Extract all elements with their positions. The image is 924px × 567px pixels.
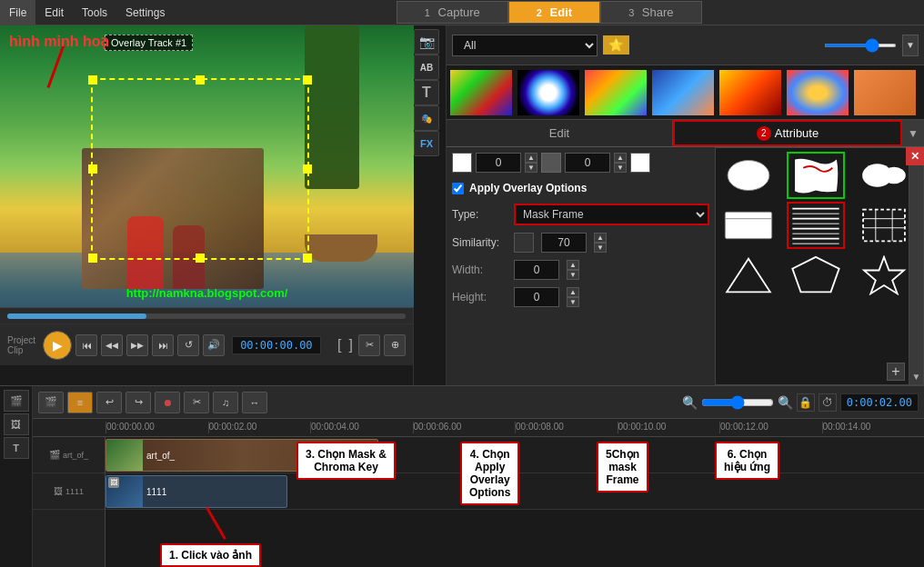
scissors-button[interactable]: ✂ <box>358 334 380 356</box>
rewind-button[interactable]: ⏮ <box>75 334 97 356</box>
apply-overlay-checkbox[interactable] <box>452 183 464 194</box>
menu-file[interactable]: File <box>0 0 35 25</box>
mask-grid: ▲ ▼ + <box>715 147 924 385</box>
tab-capture[interactable]: 1 Capture <box>397 1 508 24</box>
sim-spin-up[interactable]: ▲ <box>594 233 607 243</box>
mask-thumb-7[interactable] <box>719 252 778 299</box>
tl-active-btn[interactable]: ≡ <box>67 392 93 413</box>
tl-redo-btn[interactable]: ↪ <box>126 392 151 413</box>
tl-transition-btn[interactable]: ↔ <box>242 392 267 413</box>
sb-ab-icon[interactable]: AB <box>414 55 439 80</box>
type-select[interactable]: Mask Frame <box>514 204 709 225</box>
sb-fx-icon[interactable]: FX <box>414 131 439 156</box>
mask-thumb-5[interactable] <box>787 202 845 249</box>
num-input-2[interactable] <box>565 153 610 173</box>
w-spin-down[interactable]: ▼ <box>567 270 579 280</box>
tl-audio-btn[interactable]: ♫ <box>213 392 238 413</box>
selection-box[interactable] <box>91 78 309 260</box>
scroll-down-btn[interactable]: ▼ <box>902 35 919 56</box>
bottom-timeline: 🎬 🖼 T 🎬 ≡ ↩ ↪ ⏺ ✂ ♫ ↔ 🔍 🔍 🔒 <box>0 385 924 567</box>
ruler-tick-3: 00:00:06.00 <box>413 422 516 433</box>
tl-film-btn[interactable]: 🎬 <box>38 392 64 413</box>
effect-thumb-4[interactable] <box>650 68 716 117</box>
bls-image-icon[interactable]: 🖼 <box>4 413 29 435</box>
sb-text-icon[interactable]: T <box>414 80 439 105</box>
tab-share[interactable]: 3 Share <box>600 1 701 24</box>
h-spin-up[interactable]: ▲ <box>567 287 579 297</box>
spin-btns-1[interactable]: ▲ ▼ <box>525 153 537 173</box>
timeline-ruler: 00:00:00.00 00:00:02.00 00:00:04.00 00:0… <box>33 419 924 437</box>
mask-thumb-8[interactable] <box>787 252 845 299</box>
mask-thumb-2[interactable] <box>787 152 845 199</box>
menu-edit[interactable]: Edit <box>35 0 73 25</box>
width-spin[interactable]: ▲ ▼ <box>567 260 579 280</box>
tab-edit[interactable]: Edit <box>447 120 673 146</box>
mask-thumb-6[interactable] <box>855 202 913 249</box>
color-swatch-1[interactable] <box>452 153 472 173</box>
spin-btns-2[interactable]: ▲ ▼ <box>614 153 627 173</box>
effect-thumb-6[interactable] <box>785 68 850 117</box>
volume-button[interactable]: 🔊 <box>203 334 225 356</box>
similarity-spin[interactable]: ▲ ▼ <box>594 233 607 253</box>
close-button[interactable]: ✕ <box>906 147 924 165</box>
mask-thumb-9[interactable] <box>855 252 913 299</box>
timeline-scrubber[interactable] <box>0 307 413 323</box>
add-mask-button[interactable]: + <box>887 363 905 381</box>
loop-button[interactable]: ↺ <box>177 334 199 356</box>
bls-film-icon[interactable]: 🎬 <box>4 390 29 412</box>
mask-thumb-3[interactable] <box>855 152 913 199</box>
tl-undo-btn[interactable]: ↩ <box>96 392 122 413</box>
scroll-down-arrow[interactable]: ▼ <box>909 369 923 384</box>
effect-thumb-3[interactable] <box>583 68 648 117</box>
prev-frame-button[interactable]: ◀◀ <box>101 334 123 356</box>
spin-down-1[interactable]: ▼ <box>525 163 537 173</box>
clip-2[interactable]: 🖼 1111 <box>105 475 287 508</box>
zoom-slider[interactable] <box>701 395 774 410</box>
mask-scrollbar[interactable]: ▲ ▼ <box>909 148 923 384</box>
similarity-input[interactable] <box>541 233 587 253</box>
spin-down-2[interactable]: ▼ <box>614 163 627 173</box>
effect-thumb-7[interactable] <box>852 68 918 117</box>
effect-filter-select[interactable]: All <box>452 35 598 56</box>
bracket-right[interactable]: ] <box>347 337 355 353</box>
similarity-color[interactable] <box>514 233 534 253</box>
clock-icon[interactable]: ⏱ <box>819 393 837 412</box>
num-input-1[interactable] <box>476 153 521 173</box>
effect-thumb-2[interactable] <box>516 68 581 117</box>
spin-up-1[interactable]: ▲ <box>525 153 537 163</box>
filter-button[interactable]: ⭐ <box>603 35 629 55</box>
tl-cut-btn[interactable]: ✂ <box>184 392 209 413</box>
menu-tools[interactable]: Tools <box>73 0 116 25</box>
tab-edit[interactable]: 2 Edit <box>508 1 600 24</box>
tl-record-btn[interactable]: ⏺ <box>155 392 180 413</box>
left-panel: Overlay Track #1 hìn <box>0 25 414 385</box>
number-row: ▲ ▼ ▲ ▼ <box>452 153 709 173</box>
next-frame-button[interactable]: ▶▶ <box>126 334 148 356</box>
effect-thumb-5[interactable] <box>718 68 783 117</box>
height-spin[interactable]: ▲ ▼ <box>567 287 579 307</box>
play-button[interactable]: ▶ <box>43 331 72 360</box>
fast-forward-button[interactable]: ⏭ <box>152 334 174 356</box>
copy-button[interactable]: ⊕ <box>384 334 406 356</box>
color-swatch-2[interactable] <box>630 153 650 173</box>
zoom-in-icon[interactable]: 🔍 <box>778 395 793 410</box>
spin-up-2[interactable]: ▲ <box>614 153 627 163</box>
sim-spin-down[interactable]: ▼ <box>594 243 607 253</box>
bls-text-icon[interactable]: T <box>4 437 29 459</box>
h-spin-down[interactable]: ▼ <box>567 297 579 307</box>
effect-thumb-1[interactable] <box>448 68 514 117</box>
volume-slider[interactable] <box>824 44 897 47</box>
mask-thumb-1[interactable] <box>719 152 778 199</box>
tab-attribute[interactable]: 2 Attribute <box>673 120 902 146</box>
w-spin-up[interactable]: ▲ <box>567 260 579 270</box>
bracket-left[interactable]: [ <box>336 337 343 353</box>
zoom-out-icon[interactable]: 🔍 <box>682 395 698 410</box>
tabs-scroll-btn[interactable]: ▼ <box>902 120 924 146</box>
sb-capture-icon[interactable]: 📷 <box>414 29 439 55</box>
sb-mask-icon[interactable]: 🎭 <box>414 105 439 131</box>
menu-settings[interactable]: Settings <box>116 0 174 25</box>
width-input[interactable] <box>514 260 559 280</box>
mask-thumb-4[interactable] <box>719 202 778 249</box>
height-input[interactable] <box>514 287 559 307</box>
lock-icon[interactable]: 🔒 <box>797 393 815 412</box>
